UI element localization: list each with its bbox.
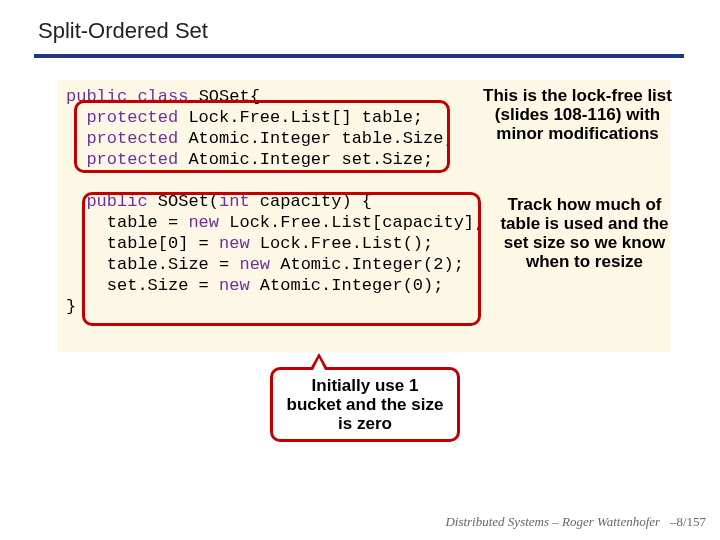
- footer-page: –8/157: [670, 514, 706, 529]
- footer-author: Roger Wattenhofer: [562, 514, 660, 529]
- highlight-box-constructor: [82, 192, 481, 326]
- footer-course: Distributed Systems: [445, 514, 549, 529]
- slide-footer: Distributed Systems – Roger Wattenhofer …: [445, 514, 706, 530]
- slide: Split-Ordered Set public class SOSet{ pr…: [0, 0, 720, 540]
- callout-bubble: Initially use 1 bucket and the size is z…: [270, 367, 460, 442]
- callout-track-resize: Track how much of table is used and the …: [492, 195, 677, 271]
- page-title: Split-Ordered Set: [38, 18, 208, 44]
- title-rule: [34, 54, 684, 58]
- highlight-box-fields: [74, 100, 450, 173]
- callout-initial-bucket: Initially use 1 bucket and the size is z…: [270, 367, 460, 442]
- callout-lockfree-list: This is the lock-free list (slides 108‑1…: [480, 86, 675, 143]
